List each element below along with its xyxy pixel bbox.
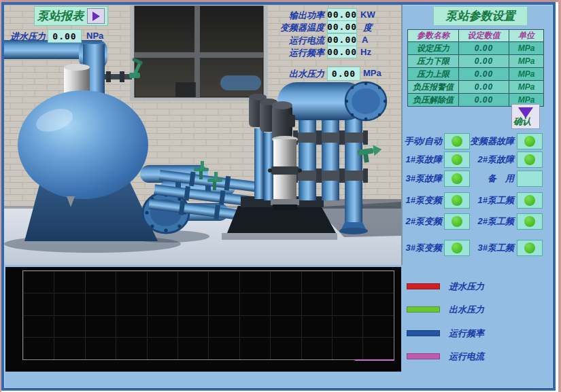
trend-chart xyxy=(5,267,401,372)
pump-station-3d-scene: 泵站报表 进水压力 0.00 NPa 输出功率 00.00 KW 变频器温度 0… xyxy=(4,5,403,265)
param-name: 负压解除值 xyxy=(408,94,459,107)
running-current-label: 运行电流 xyxy=(270,35,324,47)
col-header-unit: 单位 xyxy=(509,30,544,42)
confirm-button-label: 确认 xyxy=(513,115,531,128)
status-lamp-inverter-fault xyxy=(517,133,543,149)
legend-label: 出水压力 xyxy=(449,304,484,316)
status-label: 1#泵工频 xyxy=(454,194,514,207)
output-power-label: 输出功率 xyxy=(270,10,324,22)
param-unit: MPa xyxy=(509,42,544,55)
legend-label: 进水压力 xyxy=(449,281,484,293)
status-label: 1#泵变频 xyxy=(398,194,442,207)
settings-panel-title: 泵站参数设置 xyxy=(433,6,528,26)
status-label: 1#泵故障 xyxy=(398,154,442,166)
status-label: 备 用 xyxy=(454,173,514,185)
running-frequency-value: 00.00 xyxy=(327,46,357,58)
param-name: 压力下限 xyxy=(408,55,459,68)
param-value[interactable]: 0.00 xyxy=(459,94,509,107)
inverter-temp-label: 变频器温度 xyxy=(270,22,324,34)
param-value[interactable]: 0.00 xyxy=(459,55,509,68)
status-label: 2#泵工频 xyxy=(454,215,514,228)
legend-swatch-running-frequency xyxy=(407,330,440,336)
param-value[interactable]: 0.00 xyxy=(459,42,509,55)
outlet-pressure-value: 0.00 xyxy=(327,67,360,81)
inlet-pressure-unit: NPa xyxy=(86,31,103,41)
legend-swatch-inlet-pressure xyxy=(407,283,440,289)
status-lamp-spare xyxy=(517,171,543,187)
lamp-icon xyxy=(524,136,535,147)
running-frequency-label: 运行频率 xyxy=(270,47,324,59)
status-lamp-pump2-fault xyxy=(517,152,543,168)
inverter-temp-unit: 度 xyxy=(363,22,372,34)
running-current-value: 00.00 xyxy=(327,33,357,46)
status-label: 3#泵变频 xyxy=(398,242,442,254)
window xyxy=(130,5,268,101)
legend-label: 运行电流 xyxy=(449,351,484,363)
play-icon xyxy=(92,12,100,21)
output-power-unit: KW xyxy=(360,10,375,20)
param-name: 压力上限 xyxy=(408,68,459,81)
legend-swatch-running-current xyxy=(407,353,440,359)
status-lamp-pump3-mains xyxy=(517,240,543,256)
output-power-value: 00.00 xyxy=(327,8,357,21)
status-label: 3#泵故障 xyxy=(398,173,442,185)
confirm-button[interactable]: 确认 xyxy=(511,104,540,129)
report-open-button[interactable] xyxy=(87,8,105,24)
outlet-pressure-unit: MPa xyxy=(363,68,381,78)
report-button[interactable]: 泵站报表 xyxy=(34,6,108,26)
status-label: 3#泵工频 xyxy=(454,242,514,254)
status-label: 2#泵故障 xyxy=(454,154,514,166)
report-button-label: 泵站报表 xyxy=(37,8,84,24)
running-current-unit: A xyxy=(362,35,368,45)
param-value[interactable]: 0.00 xyxy=(459,81,509,94)
param-unit: MPa xyxy=(509,68,544,81)
col-header-param: 参数名称 xyxy=(408,30,459,42)
col-header-value: 设定数值 xyxy=(459,30,509,42)
param-value[interactable]: 0.00 xyxy=(459,68,509,81)
status-lamp-pump2-mains xyxy=(517,213,543,230)
status-label: 变频器故障 xyxy=(454,135,514,147)
status-label: 手动/自动 xyxy=(398,135,442,147)
lamp-icon xyxy=(524,195,535,206)
inlet-pressure-value: 0.00 xyxy=(48,29,82,43)
legend-label: 运行频率 xyxy=(449,327,484,340)
frame-edge-right xyxy=(558,0,561,392)
settings-table: 参数名称 设定数值 单位 设定压力 0.00 MPa 压力下限 0.00 MPa… xyxy=(407,29,544,107)
param-name: 负压报警值 xyxy=(408,81,459,94)
outlet-pressure-label: 出水压力 xyxy=(274,68,324,80)
legend-swatch-outlet-pressure xyxy=(407,306,440,313)
trend-plot-area xyxy=(22,270,394,360)
trend-line-running-current xyxy=(355,359,394,361)
lamp-icon xyxy=(524,243,535,253)
param-name: 设定压力 xyxy=(408,42,459,55)
hmi-screen: 泵站报表 进水压力 0.00 NPa 输出功率 00.00 KW 变频器温度 0… xyxy=(1,2,556,391)
param-unit: MPa xyxy=(509,81,544,94)
running-frequency-unit: Hz xyxy=(360,47,371,57)
param-unit: MPa xyxy=(509,55,544,68)
status-label: 2#泵变频 xyxy=(398,215,442,228)
status-lamp-pump1-mains xyxy=(517,192,543,209)
lamp-icon xyxy=(524,154,535,165)
inverter-temp-value: 00.00 xyxy=(327,20,357,33)
lamp-icon xyxy=(524,216,535,227)
inlet-pressure-label: 进水压力 xyxy=(10,31,46,43)
